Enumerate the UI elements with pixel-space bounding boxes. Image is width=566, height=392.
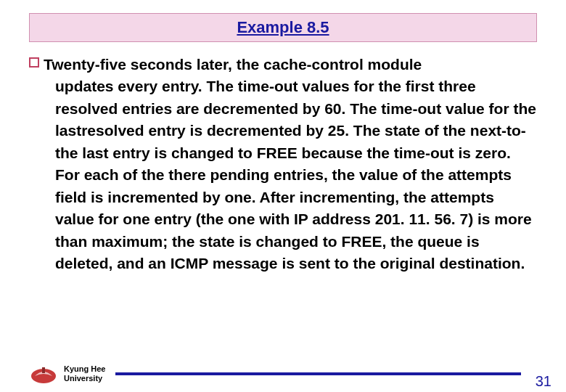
university-logo-icon — [29, 363, 58, 385]
title-bar: Example 8.5 — [29, 13, 537, 42]
bullet-item: Twenty-five seconds later, the cache-con… — [29, 54, 537, 75]
university-line1: Kyung Hee — [64, 364, 105, 374]
svg-rect-1 — [42, 367, 45, 373]
slide-title: Example 8.5 — [237, 18, 329, 36]
square-bullet-icon — [29, 57, 39, 68]
footer: Kyung Hee University 31 — [29, 363, 551, 385]
university-line2: University — [64, 374, 105, 383]
page-number: 31 — [530, 373, 551, 390]
footer-divider — [115, 372, 520, 375]
content-area: Twenty-five seconds later, the cache-con… — [29, 54, 537, 274]
university-name: Kyung Hee University — [64, 364, 105, 383]
bullet-body-text: updates every entry. The time-out values… — [55, 75, 537, 274]
bullet-first-line: Twenty-five seconds later, the cache-con… — [44, 54, 422, 75]
